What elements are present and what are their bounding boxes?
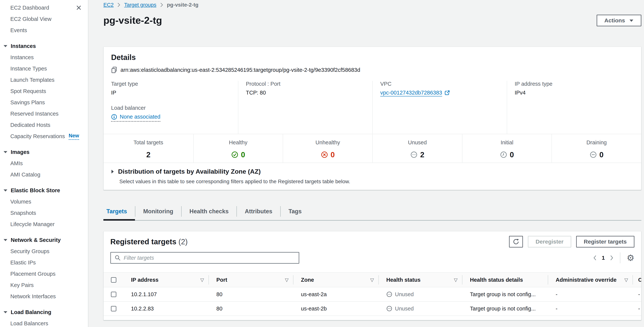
vpc-link[interactable]: vpc-00127432db7286383 (380, 90, 450, 96)
stat-unused: Unused 2 (372, 134, 462, 162)
load-balancer-none-associated[interactable]: None associated (111, 114, 160, 122)
caret-down-icon (4, 45, 8, 47)
select-all-checkbox[interactable] (111, 277, 116, 283)
registered-targets-table: IP address ▽ Port ▽ Zone ▽ Health status… (104, 272, 641, 316)
sidebar-item-launch-templates[interactable]: Launch Templates (0, 74, 88, 86)
sidebar-item-security-groups[interactable]: Security Groups (0, 246, 88, 257)
close-icon[interactable] (76, 5, 82, 11)
sidebar-section-header-network-security[interactable]: Network & Security (0, 234, 88, 246)
cell-administrative-override: - (548, 306, 633, 312)
registered-targets-card: Registered targets (2) Deregister Regist… (104, 231, 641, 320)
filter-targets-box (110, 252, 299, 264)
sidebar-section-images: Images AMIs AMI Catalog (0, 146, 88, 180)
sidebar-section-header-load-balancing[interactable]: Load Balancing (0, 306, 88, 318)
ellipsis-circle-icon (386, 291, 392, 297)
sidebar-item-ami-catalog[interactable]: AMI Catalog (0, 169, 88, 180)
table-header-row: IP address ▽ Port ▽ Zone ▽ Health status… (104, 272, 641, 287)
sidebar-item-network-interfaces[interactable]: Network Interfaces (0, 291, 88, 302)
breadcrumb-link-target-groups[interactable]: Target groups (124, 2, 156, 8)
caret-down-icon (4, 311, 8, 314)
page-header: pg-vsite-2-tg Actions (104, 15, 641, 27)
column-header-health-status-details[interactable]: Health status details (462, 273, 548, 287)
sidebar-item-key-pairs[interactable]: Key Pairs (0, 280, 88, 291)
sidebar-item-lifecycle-manager[interactable]: Lifecycle Manager (0, 218, 88, 230)
pagination: 1 ⚙ (593, 252, 634, 263)
column-header-administrative-override[interactable]: Administrative override ▽ (548, 273, 633, 287)
check-circle-icon (231, 151, 238, 158)
sidebar-item-dedicated-hosts[interactable]: Dedicated Hosts (0, 119, 88, 130)
az-distribution-section: Distribution of targets by Availability … (104, 163, 641, 190)
cell-administrative-override: - (548, 291, 633, 298)
copy-icon[interactable] (111, 66, 117, 73)
sidebar-item-savings-plans[interactable]: Savings Plans (0, 97, 88, 108)
target-health-stats: Total targets 2 Healthy 0 Unhealthy 0 Un… (104, 134, 641, 163)
deregister-button[interactable]: Deregister (528, 236, 571, 248)
filter-targets-input[interactable] (124, 253, 295, 262)
sidebar-item-volumes[interactable]: Volumes (0, 196, 88, 207)
x-circle-icon (321, 151, 328, 158)
breadcrumb-link-ec2[interactable]: EC2 (104, 2, 114, 8)
tab-monitoring[interactable]: Monitoring (135, 203, 181, 220)
sidebar-item-instance-types[interactable]: Instance Types (0, 63, 88, 74)
search-icon (115, 255, 121, 261)
stat-unhealthy: Unhealthy 0 (283, 134, 372, 162)
sidebar-item-events[interactable]: Events (0, 24, 88, 36)
column-header-partial[interactable]: C (633, 273, 641, 287)
new-badge: New (68, 133, 79, 140)
table-row[interactable]: 10.2.1.107 80 us-east-2a Unused Target g… (104, 287, 641, 302)
table-settings-gear-icon[interactable]: ⚙ (627, 254, 634, 262)
row-checkbox[interactable] (111, 292, 116, 297)
column-header-health-status[interactable]: Health status ▽ (379, 273, 462, 287)
sidebar-item-amis[interactable]: AMIs (0, 158, 88, 169)
sidebar-item-capacity-reservations[interactable]: Capacity Reservations New (0, 130, 88, 142)
az-distribution-toggle[interactable]: Distribution of targets by Availability … (111, 168, 634, 175)
actions-button[interactable]: Actions (597, 15, 641, 26)
cell-zone: us-east-2a (294, 291, 379, 298)
sidebar-item-load-balancers[interactable]: Load Balancers (0, 318, 88, 327)
column-header-port[interactable]: Port ▽ (209, 273, 294, 287)
table-row[interactable]: 10.2.2.83 80 us-east-2b Unused Target gr… (104, 302, 641, 316)
sidebar-section-load-balancing: Load Balancing Load Balancers (0, 306, 88, 327)
register-targets-button[interactable]: Register targets (576, 236, 634, 248)
filter-sort-icon[interactable]: ▽ (285, 277, 288, 283)
sidebar-section-header-ebs[interactable]: Elastic Block Store (0, 185, 88, 196)
tab-tags[interactable]: Tags (281, 203, 310, 220)
tab-attributes[interactable]: Attributes (237, 203, 280, 220)
sidebar-item-placement-groups[interactable]: Placement Groups (0, 268, 88, 280)
details-heading: Details (104, 53, 641, 62)
caret-down-icon (4, 239, 8, 241)
sidebar-section-header-images[interactable]: Images (0, 146, 88, 158)
tab-health-checks[interactable]: Health checks (182, 203, 237, 220)
sidebar-item-spot-requests[interactable]: Spot Requests (0, 86, 88, 97)
sidebar-item-snapshots[interactable]: Snapshots (0, 207, 88, 218)
clock-icon (500, 151, 507, 158)
page-number: 1 (602, 255, 605, 261)
az-distribution-description: Select values in this table to see corre… (119, 178, 634, 184)
column-header-ip-address[interactable]: IP address ▽ (124, 273, 209, 287)
cell-port: 80 (209, 291, 294, 298)
cell-health-status-details: Target group is not config... (462, 306, 548, 312)
filter-sort-icon[interactable]: ▽ (370, 277, 374, 283)
tab-strip: Targets Monitoring Health checks Attribu… (104, 203, 641, 221)
previous-page-icon[interactable] (593, 255, 597, 261)
sidebar-item-reserved-instances[interactable]: Reserved Instances (0, 108, 88, 119)
sidebar-item-ec2-dashboard[interactable]: EC2 Dashboard (0, 2, 88, 13)
tab-targets[interactable]: Targets (104, 203, 135, 220)
row-checkbox[interactable] (111, 306, 116, 312)
next-page-icon[interactable] (610, 255, 614, 261)
filter-sort-icon[interactable]: ▽ (200, 277, 204, 283)
sidebar-item-elastic-ips[interactable]: Elastic IPs (0, 257, 88, 268)
column-header-zone[interactable]: Zone ▽ (294, 273, 379, 287)
field-protocol-port: Protocol : Port TCP: 80 (246, 81, 365, 96)
caret-right-icon (111, 169, 114, 174)
filter-sort-icon[interactable]: ▽ (454, 277, 458, 283)
filter-sort-icon[interactable]: ▽ (624, 277, 628, 283)
breadcrumb: EC2 Target groups pg-vsite-2-tg (104, 2, 641, 8)
sidebar-item-ec2-global-view[interactable]: EC2 Global View (0, 13, 88, 24)
cell-partial: - (633, 306, 641, 312)
sidebar-item-instances[interactable]: Instances (0, 52, 88, 63)
ellipsis-circle-icon (410, 151, 418, 158)
refresh-button[interactable] (509, 236, 523, 248)
chevron-right-icon (117, 2, 120, 8)
sidebar-section-header-instances[interactable]: Instances (0, 40, 88, 52)
